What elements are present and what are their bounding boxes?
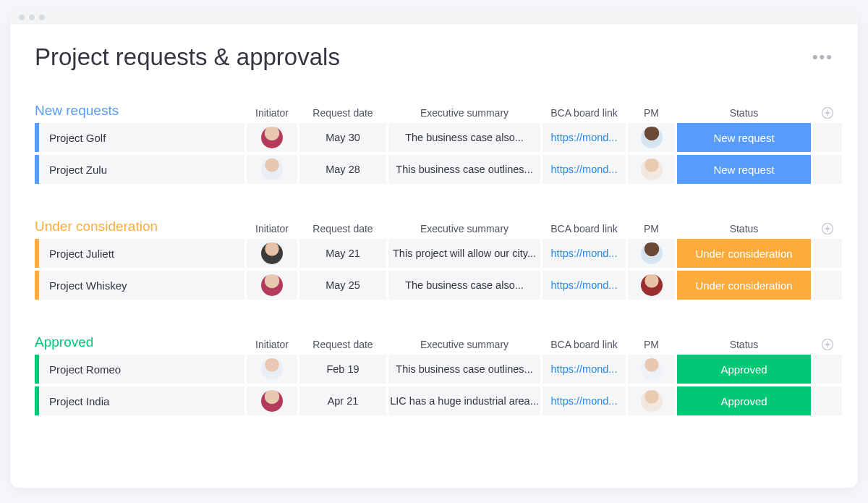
more-options-icon[interactable]: ••• — [812, 48, 833, 67]
app-window: Project requests & approvals ••• New req… — [10, 10, 858, 488]
col-bca-link: BCA board link — [542, 339, 626, 350]
project-name-cell[interactable]: Project India — [35, 386, 244, 415]
col-status: Status — [677, 223, 811, 234]
project-name-cell[interactable]: Project Golf — [35, 123, 244, 152]
board-content: Project requests & approvals ••• New req… — [10, 25, 858, 472]
bca-link-cell[interactable]: https://mond... — [542, 271, 626, 300]
exec-summary-cell[interactable]: This project will allow our city... — [388, 239, 540, 268]
avatar — [641, 127, 663, 148]
initiator-cell[interactable] — [247, 386, 297, 415]
request-date-cell[interactable]: Feb 19 — [299, 355, 386, 384]
col-status: Status — [677, 107, 811, 119]
col-pm: PM — [628, 107, 675, 119]
status-cell[interactable]: Approved — [677, 386, 811, 415]
avatar — [261, 158, 283, 180]
exec-summary-cell[interactable]: The business case also... — [388, 271, 540, 300]
exec-summary-cell[interactable]: The business case also... — [388, 123, 540, 152]
col-request-date: Request date — [299, 339, 386, 350]
initiator-cell[interactable] — [247, 355, 297, 384]
pm-cell[interactable] — [628, 355, 675, 384]
table-row[interactable]: Project JuliettMay 21This project will a… — [35, 239, 833, 268]
col-bca-link: BCA board link — [542, 107, 626, 119]
avatar — [261, 390, 283, 412]
avatar — [641, 274, 663, 296]
avatar — [261, 242, 283, 264]
status-cell[interactable]: New request — [677, 155, 811, 184]
col-pm: PM — [628, 223, 675, 234]
pm-cell[interactable] — [628, 123, 675, 152]
table-row[interactable]: Project RomeoFeb 19This business case ou… — [35, 355, 833, 384]
add-column-icon[interactable] — [813, 223, 842, 234]
col-exec-summary: Executive summary — [388, 107, 540, 119]
col-initiator: Initiator — [247, 339, 297, 350]
pm-cell[interactable] — [628, 386, 675, 415]
initiator-cell[interactable] — [247, 239, 297, 268]
exec-summary-cell[interactable]: This business case outlines... — [388, 355, 540, 384]
request-date-cell[interactable]: Apr 21 — [299, 386, 386, 415]
initiator-cell[interactable] — [247, 123, 297, 152]
exec-summary-cell[interactable]: This business case outlines... — [388, 155, 540, 184]
initiator-cell[interactable] — [247, 155, 297, 184]
group: Under considerationInitiatorRequest date… — [35, 219, 833, 300]
request-date-cell[interactable]: May 28 — [299, 155, 386, 184]
group-title[interactable]: New requests — [35, 103, 244, 119]
pm-cell[interactable] — [628, 155, 675, 184]
col-initiator: Initiator — [247, 107, 297, 119]
status-cell[interactable]: New request — [677, 123, 811, 152]
group-header: Under considerationInitiatorRequest date… — [35, 219, 833, 239]
add-column-icon[interactable] — [813, 339, 842, 350]
trailing-cell — [813, 271, 842, 300]
trailing-cell — [813, 239, 842, 268]
group-header: New requestsInitiatorRequest dateExecuti… — [35, 103, 833, 123]
add-column-icon[interactable] — [813, 107, 842, 119]
col-request-date: Request date — [299, 223, 386, 234]
col-exec-summary: Executive summary — [388, 223, 540, 234]
request-date-cell[interactable]: May 25 — [299, 271, 386, 300]
group-title[interactable]: Approved — [35, 334, 244, 350]
avatar — [641, 242, 663, 264]
group-title[interactable]: Under consideration — [35, 219, 244, 234]
col-status: Status — [677, 339, 811, 350]
status-cell[interactable]: Under consideration — [677, 271, 811, 300]
bca-link-cell[interactable]: https://mond... — [542, 239, 626, 268]
exec-summary-cell[interactable]: LIC has a huge industrial area... — [388, 386, 540, 415]
board-title: Project requests & approvals — [35, 43, 340, 71]
table-row[interactable]: Project WhiskeyMay 25The business case a… — [35, 271, 833, 300]
trailing-cell — [813, 155, 842, 184]
request-date-cell[interactable]: May 30 — [299, 123, 386, 152]
bca-link-cell[interactable]: https://mond... — [542, 355, 626, 384]
request-date-cell[interactable]: May 21 — [299, 239, 386, 268]
bca-link-cell[interactable]: https://mond... — [542, 123, 626, 152]
pm-cell[interactable] — [628, 239, 675, 268]
avatar — [641, 390, 663, 412]
project-name-cell[interactable]: Project Zulu — [35, 155, 244, 184]
avatar — [641, 158, 663, 180]
window-dot-icon — [29, 14, 35, 20]
project-name-cell[interactable]: Project Whiskey — [35, 271, 244, 300]
table-row[interactable]: Project ZuluMay 28This business case out… — [35, 155, 833, 184]
table-row[interactable]: Project GolfMay 30The business case also… — [35, 123, 833, 152]
bca-link-cell[interactable]: https://mond... — [542, 155, 626, 184]
pm-cell[interactable] — [628, 271, 675, 300]
col-exec-summary: Executive summary — [388, 339, 540, 350]
col-initiator: Initiator — [247, 223, 297, 234]
group: ApprovedInitiatorRequest dateExecutive s… — [35, 334, 833, 415]
avatar — [261, 127, 283, 148]
window-titlebar — [10, 10, 858, 25]
col-pm: PM — [628, 339, 675, 350]
status-cell[interactable]: Approved — [677, 355, 811, 384]
initiator-cell[interactable] — [247, 271, 297, 300]
table-row[interactable]: Project IndiaApr 21LIC has a huge indust… — [35, 386, 833, 415]
trailing-cell — [813, 355, 842, 384]
bca-link-cell[interactable]: https://mond... — [542, 386, 626, 415]
project-name-cell[interactable]: Project Juliett — [35, 239, 244, 268]
trailing-cell — [813, 386, 842, 415]
window-dot-icon — [19, 14, 25, 20]
status-cell[interactable]: Under consideration — [677, 239, 811, 268]
avatar — [261, 358, 283, 380]
col-request-date: Request date — [299, 107, 386, 119]
project-name-cell[interactable]: Project Romeo — [35, 355, 244, 384]
avatar — [641, 358, 663, 380]
group-header: ApprovedInitiatorRequest dateExecutive s… — [35, 334, 833, 355]
window-dot-icon — [39, 14, 45, 20]
